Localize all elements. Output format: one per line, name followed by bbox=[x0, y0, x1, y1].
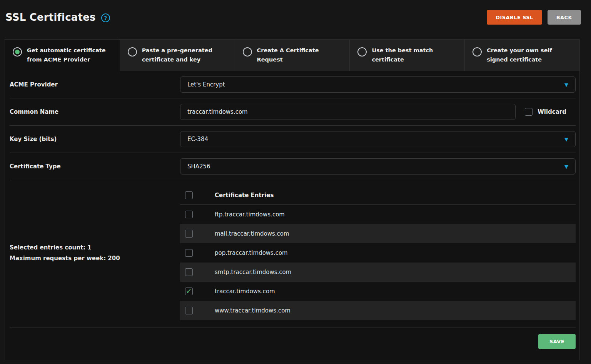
certificate-entry-row: smtp.traccar.timdows.com bbox=[180, 263, 576, 282]
certificate-entry-row: www.traccar.timdows.com bbox=[180, 301, 576, 320]
entry-domain-name: mail.traccar.timdows.com bbox=[215, 230, 289, 237]
common-name-row: Common Name Wildcard bbox=[10, 98, 576, 126]
tab-4[interactable]: Use the best match certificate bbox=[349, 40, 464, 71]
acme-provider-field: Let's Encrypt ▼ bbox=[180, 76, 576, 93]
entry-domain-name: traccar.timdows.com bbox=[215, 288, 275, 295]
acme-provider-value: Let's Encrypt bbox=[187, 81, 225, 88]
common-name-label: Common Name bbox=[10, 108, 180, 115]
certificate-entry-row: pop.traccar.timdows.com bbox=[180, 243, 576, 263]
entry-domain-name: smtp.traccar.timdows.com bbox=[215, 269, 291, 276]
wildcard-label: Wildcard bbox=[538, 108, 566, 115]
topbar: SSL Certificates ? DISABLE SSL BACK bbox=[0, 0, 591, 25]
tab-1[interactable]: Get automatic certificate from ACME Prov… bbox=[5, 40, 120, 71]
tab-bar: Get automatic certificate from ACME Prov… bbox=[5, 40, 579, 71]
disable-ssl-button[interactable]: DISABLE SSL bbox=[487, 10, 542, 25]
key-size-value: EC-384 bbox=[187, 136, 208, 143]
wildcard-group: Wildcard bbox=[516, 108, 576, 116]
radio-icon[interactable] bbox=[472, 47, 482, 57]
radio-icon[interactable] bbox=[243, 47, 252, 57]
chevron-down-icon: ▼ bbox=[564, 136, 568, 142]
entry-checkbox-cell bbox=[180, 307, 215, 314]
certificate-entry-row: mail.traccar.timdows.com bbox=[180, 224, 576, 243]
entry-domain-name: ftp.traccar.timdows.com bbox=[215, 211, 285, 218]
page-title: SSL Certificates bbox=[5, 12, 96, 23]
topbar-buttons: DISABLE SSL BACK bbox=[487, 10, 581, 25]
entry-checkbox-cell: ✓ bbox=[180, 288, 215, 295]
certificate-entry-row: ✓ traccar.timdows.com bbox=[180, 282, 576, 301]
checkmark-icon: ✓ bbox=[186, 288, 192, 295]
tab-3[interactable]: Create A Certificate Request bbox=[235, 40, 350, 71]
entry-domain-name: pop.traccar.timdows.com bbox=[215, 249, 288, 256]
entry-checkbox[interactable] bbox=[185, 230, 193, 238]
key-size-label: Key Size (bits) bbox=[10, 136, 180, 143]
tab-label: Create A Certificate Request bbox=[257, 46, 344, 71]
entry-checkbox[interactable] bbox=[185, 307, 193, 314]
key-size-field: EC-384 ▼ bbox=[180, 131, 576, 147]
entries-header-row: Certificate Entries bbox=[180, 186, 576, 205]
entry-checkbox-cell bbox=[180, 268, 215, 276]
back-button[interactable]: BACK bbox=[548, 10, 581, 25]
save-row: SAVE bbox=[9, 327, 576, 360]
radio-icon[interactable] bbox=[357, 47, 367, 57]
entry-checkbox-cell bbox=[180, 249, 215, 257]
key-size-select[interactable]: EC-384 ▼ bbox=[180, 131, 576, 147]
acme-provider-select[interactable]: Let's Encrypt ▼ bbox=[180, 76, 576, 93]
certificate-entries-table: Certificate Entries ftp.traccar.timdows.… bbox=[180, 186, 576, 320]
wildcard-checkbox[interactable] bbox=[525, 108, 533, 116]
save-button[interactable]: SAVE bbox=[538, 334, 576, 349]
acme-provider-row: ACME Provider Let's Encrypt ▼ bbox=[10, 71, 576, 98]
ssl-certificates-panel: Get automatic certificate from ACME Prov… bbox=[5, 39, 580, 360]
certificate-type-field: SHA256 ▼ bbox=[180, 158, 576, 175]
entries-header-label: Certificate Entries bbox=[215, 192, 274, 199]
tab-label: Get automatic certificate from ACME Prov… bbox=[27, 46, 114, 71]
key-size-row: Key Size (bits) EC-384 ▼ bbox=[10, 126, 576, 153]
entry-checkbox-cell bbox=[180, 211, 215, 218]
tab-label: Create your own self signed certificate bbox=[487, 46, 574, 71]
tab-label: Use the best match certificate bbox=[372, 46, 459, 71]
radio-icon[interactable] bbox=[128, 47, 137, 57]
entries-summary: Selected entries count: 1 Maximum reques… bbox=[10, 186, 180, 320]
entry-domain-name: www.traccar.timdows.com bbox=[215, 307, 290, 314]
selected-entries-count: Selected entries count: 1 bbox=[10, 244, 180, 251]
certificate-type-label: Certificate Type bbox=[10, 163, 180, 170]
select-all-cell bbox=[180, 191, 215, 199]
common-name-input[interactable] bbox=[180, 104, 516, 120]
entry-checkbox[interactable] bbox=[185, 211, 193, 218]
max-requests-per-week: Maximum requests per week: 200 bbox=[10, 255, 180, 262]
chevron-down-icon: ▼ bbox=[564, 82, 568, 88]
entry-checkbox[interactable] bbox=[185, 268, 193, 276]
entry-checkbox-cell bbox=[180, 230, 215, 238]
certificate-type-select[interactable]: SHA256 ▼ bbox=[180, 158, 576, 175]
radio-icon[interactable] bbox=[13, 47, 22, 57]
title-group: SSL Certificates ? bbox=[5, 12, 110, 23]
entry-checkbox[interactable] bbox=[185, 249, 193, 257]
tab-label: Paste a pre-generated certificate and ke… bbox=[142, 46, 229, 71]
certificate-type-row: Certificate Type SHA256 ▼ bbox=[10, 153, 576, 180]
tab-5[interactable]: Create your own self signed certificate bbox=[464, 40, 579, 71]
tab-2[interactable]: Paste a pre-generated certificate and ke… bbox=[120, 40, 235, 71]
select-all-checkbox[interactable] bbox=[185, 191, 193, 199]
acme-provider-label: ACME Provider bbox=[10, 81, 180, 88]
certificate-entry-row: ftp.traccar.timdows.com bbox=[180, 205, 576, 224]
certificate-entries-section: Selected entries count: 1 Maximum reques… bbox=[10, 180, 576, 327]
certificate-type-value: SHA256 bbox=[187, 163, 210, 170]
common-name-field: Wildcard bbox=[180, 104, 576, 120]
entry-checkbox[interactable]: ✓ bbox=[185, 288, 193, 295]
chevron-down-icon: ▼ bbox=[564, 164, 568, 170]
help-icon[interactable]: ? bbox=[101, 13, 110, 22]
